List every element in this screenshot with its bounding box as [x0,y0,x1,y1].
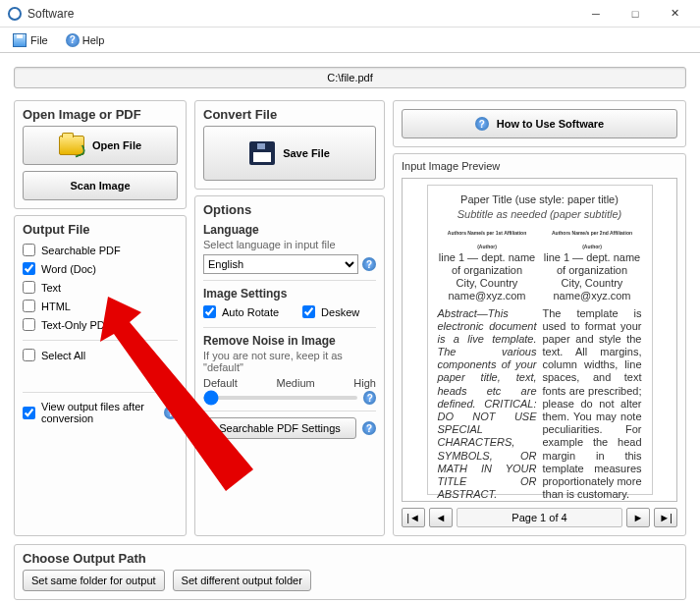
checkbox-select-all[interactable] [23,349,35,361]
doc-title: Paper Title (use style: paper title) [438,193,642,206]
last-page-button[interactable]: ►| [654,508,677,527]
menu-help[interactable]: ? Help [62,31,109,49]
language-select[interactable]: English [203,254,358,274]
menu-file[interactable]: File [8,30,52,50]
close-button[interactable]: ✕ [657,4,692,24]
noise-header: Remove Noise in Image [203,334,376,348]
choose-path-title: Choose Output Path [23,551,677,566]
folder-open-icon [59,136,84,155]
document-page: Paper Title (use style: paper title) Sub… [427,185,653,495]
noise-slider[interactable] [203,396,357,400]
help-icon[interactable]: ? [363,391,376,405]
output-panel-title: Output File [23,222,178,237]
page-indicator: Page 1 of 4 [457,508,622,527]
maximize-button[interactable]: □ [618,4,653,24]
scan-image-button[interactable]: Scan Image [23,171,178,200]
floppy-disk-icon [249,141,275,165]
language-hint: Select language in input file [203,239,376,250]
file-path-display: C:\file.pdf [14,67,686,88]
window-title: Software [27,7,578,21]
how-to-panel: ? How to Use Software [393,100,686,147]
open-file-button[interactable]: Open File [23,126,178,165]
language-header: Language [203,223,376,237]
output-file-panel: Output File Searchable PDF Word (Doc) Te… [14,215,187,536]
help-icon: ? [66,33,80,47]
save-disk-icon [13,33,27,47]
pager: |◄ ◄ Page 1 of 4 ► ►| [402,508,677,527]
checkbox-deskew[interactable] [302,305,315,318]
preview-viewport: Paper Title (use style: paper title) Sub… [402,178,677,502]
options-panel: Options Language Select language in inpu… [194,195,385,536]
checkbox-html[interactable] [23,300,35,312]
menu-bar: File ? Help [0,27,700,53]
first-page-button[interactable]: |◄ [402,508,425,527]
save-file-button[interactable]: Save File [203,126,376,181]
different-folder-button[interactable]: Set different output folder [173,570,311,591]
checkbox-word-doc[interactable] [23,262,35,275]
next-page-button[interactable]: ► [626,508,650,527]
open-panel-title: Open Image or PDF [23,107,178,122]
title-bar: Software ─ □ ✕ [0,0,700,27]
choose-output-path-panel: Choose Output Path Set same folder for o… [14,544,686,600]
checkbox-auto-rotate[interactable] [203,305,216,318]
app-logo-icon [8,7,22,21]
convert-file-panel: Convert File Save File [194,100,385,190]
checkbox-searchable-pdf[interactable] [23,244,35,256]
checkbox-text-only-pdf[interactable] [23,318,35,331]
doc-subtitle: Subtitle as needed (paper subtitle) [438,208,642,221]
preview-panel: Input Image Preview Paper Title (use sty… [393,153,686,536]
prev-page-button[interactable]: ◄ [429,508,453,527]
how-to-use-button[interactable]: ? How to Use Software [402,109,677,138]
checkbox-view-output[interactable] [23,407,35,419]
help-icon[interactable]: ? [164,406,178,419]
same-folder-button[interactable]: Set same folder for output [23,570,165,591]
minimize-button[interactable]: ─ [578,4,614,24]
options-panel-title: Options [203,202,376,217]
searchable-pdf-settings-button[interactable]: Searchable PDF Settings [203,417,356,439]
open-image-panel: Open Image or PDF Open File Scan Image [14,100,187,209]
help-icon: ? [475,117,489,131]
help-icon[interactable]: ? [362,421,376,435]
noise-hint: If you are not sure, keep it as "default… [203,350,376,373]
image-settings-header: Image Settings [203,287,376,301]
convert-panel-title: Convert File [203,107,376,122]
help-icon[interactable]: ? [362,257,376,271]
checkbox-text[interactable] [23,281,35,294]
preview-label: Input Image Preview [402,160,677,172]
